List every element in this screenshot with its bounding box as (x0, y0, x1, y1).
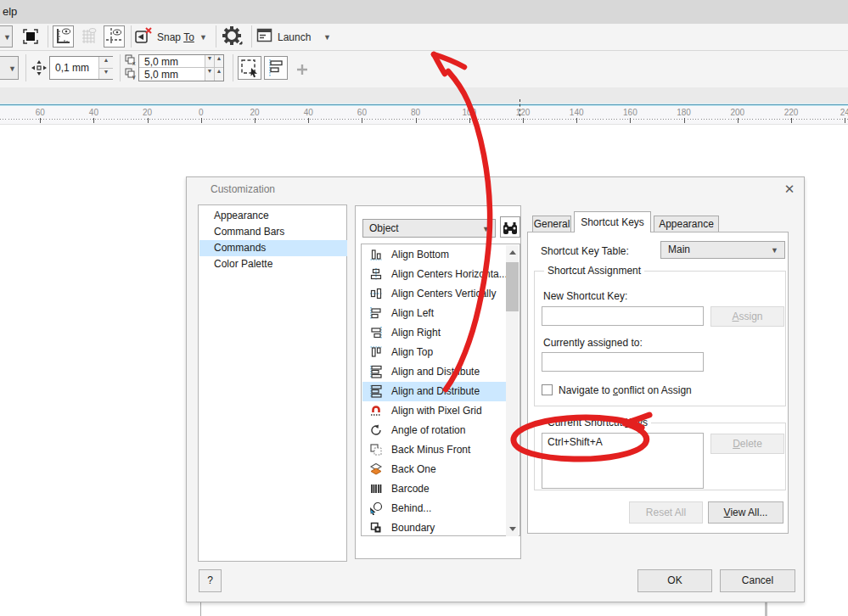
page-edge-left (200, 602, 201, 616)
command-item-1[interactable]: Align Bottom (362, 245, 508, 265)
full-screen-preview-icon[interactable] (20, 26, 41, 47)
close-icon[interactable]: ✕ (781, 181, 798, 198)
view-all-button[interactable]: View All... (708, 501, 783, 524)
nudge-spin-down[interactable]: ▼ (98, 68, 113, 79)
page-edge-right (765, 602, 767, 616)
command-list[interactable]: Align BottomAlign Centers Horizonta...Al… (361, 244, 520, 536)
snap-to-label[interactable]: Snap To (157, 31, 194, 43)
toolbar-combo-stub-1[interactable]: ▼ (0, 25, 13, 48)
duplicate-x-value[interactable]: 5,0 mm (144, 56, 178, 68)
scrollbar-thumb[interactable] (506, 262, 519, 311)
command-item-6[interactable]: Align Top (362, 343, 508, 362)
add-toolbar-item-icon[interactable] (295, 63, 309, 76)
reset-all-button[interactable]: Reset All (629, 501, 703, 524)
duplicate-x-dropdown[interactable]: ▼ (205, 55, 214, 67)
toolbar: ▼ Snap To ▼ Launch ▼ ▼ (0, 22, 848, 87)
new-shortcut-key-input[interactable] (542, 306, 704, 326)
ruler-label: 20 (143, 108, 152, 117)
shortcut-key-table-select[interactable]: Main ▼ (660, 241, 785, 259)
align-distribute-icon (369, 365, 383, 378)
snap-to-dropdown-icon[interactable]: ▼ (199, 33, 207, 42)
command-item-8[interactable]: Align and Distribute (362, 382, 508, 401)
boundary-icon (369, 521, 383, 535)
help-button[interactable]: ? (199, 569, 222, 592)
command-item-7[interactable]: Align and Distribute (362, 362, 508, 382)
options-gear-icon[interactable] (222, 25, 244, 48)
shortcut-key-table-label: Shortcut Key Table: (541, 245, 629, 257)
navigate-to-conflict-checkbox[interactable] (542, 384, 553, 395)
ruler-label: 40 (304, 108, 313, 117)
cancel-button[interactable]: Cancel (720, 569, 795, 592)
ruler-dots (0, 119, 848, 120)
ruler-tick (40, 118, 41, 123)
show-guidelines-button[interactable] (104, 25, 125, 48)
scroll-down-icon[interactable] (506, 522, 519, 536)
category-tree[interactable]: AppearanceCommand BarsCommandsColor Pale… (198, 204, 347, 562)
launch-label[interactable]: Launch (278, 31, 311, 43)
duplicate-x-spin[interactable]: ▲ (214, 55, 223, 67)
delete-button[interactable]: Delete (710, 434, 784, 454)
command-item-3[interactable]: Align Centers Vertically (362, 284, 508, 304)
duplicate-y-value[interactable]: 5,0 mm (144, 69, 178, 81)
ruler-label: 20 (250, 108, 259, 117)
align-distribute-icon (369, 384, 383, 398)
assign-button[interactable]: Assign (710, 306, 784, 327)
snap-off-icon[interactable] (134, 26, 154, 46)
align-centers-horizontally-icon (369, 267, 383, 281)
tree-item-commands[interactable]: Commands (199, 240, 347, 256)
current-shortcut-keys-group-label: Current Shortcut Keys (544, 417, 651, 428)
ok-button[interactable]: OK (637, 569, 712, 592)
current-shortcut-key-item[interactable]: Ctrl+Shift+A (548, 436, 603, 448)
ruler-tick (362, 118, 362, 123)
navigate-to-conflict-label: Navigate to conflict on Assign (559, 384, 692, 396)
command-item-12[interactable]: Back One (362, 460, 508, 479)
duplicate-x-icon: x (125, 54, 137, 66)
command-item-14[interactable]: Behind... (362, 499, 508, 518)
command-item-5[interactable]: Align Right (362, 323, 508, 343)
tab-shortcut-keys[interactable]: Shortcut Keys (574, 211, 651, 232)
launch-dropdown-icon[interactable]: ▼ (323, 33, 331, 42)
back-one-icon (369, 462, 383, 476)
launch-icon[interactable] (256, 27, 273, 45)
command-item-11[interactable]: Back Minus Front (362, 440, 508, 460)
toolbar-combo-stub-2[interactable]: ▼ (0, 56, 19, 80)
command-item-10[interactable]: Angle of rotation (362, 421, 508, 440)
command-item-4[interactable]: Align Left (362, 304, 508, 323)
duplicate-y-dropdown[interactable]: ▼ (205, 68, 214, 81)
command-item-13[interactable]: Barcode (362, 479, 508, 499)
ruler-tick (201, 118, 202, 123)
nudge-distance-field[interactable]: 0,1 mm ▲ ▼ (49, 56, 113, 80)
nudge-spin-up[interactable]: ▲ (98, 57, 113, 68)
command-item-2[interactable]: Align Centers Horizonta... (362, 265, 508, 284)
tab-general[interactable]: General (532, 216, 571, 232)
tree-item-color-palette[interactable]: Color Palette (199, 256, 347, 272)
scroll-up-icon[interactable] (506, 245, 519, 260)
shortcut-key-table-dropdown-icon: ▼ (771, 246, 778, 255)
command-item-15[interactable]: Boundary (362, 518, 508, 538)
horizontal-ruler[interactable]: 60402002040608010012014016018020022024 (0, 106, 848, 125)
ruler-tick (255, 118, 256, 123)
align-distribute-button[interactable] (264, 56, 288, 80)
tree-item-command-bars[interactable]: Command Bars (199, 224, 347, 240)
currently-assigned-to-input[interactable] (542, 352, 704, 372)
current-shortcut-keys-list[interactable]: Ctrl+Shift+A (542, 433, 704, 489)
command-item-9[interactable]: Align with Pixel Grid (362, 401, 508, 421)
ruler-label: 200 (730, 108, 744, 117)
command-category-select[interactable]: Object ▼ (362, 219, 496, 238)
show-grid-icon[interactable] (79, 26, 99, 47)
tab-appearance[interactable]: Appearance (654, 216, 719, 232)
command-list-scrollbar[interactable] (506, 245, 519, 536)
treat-as-filled-button[interactable] (238, 56, 261, 80)
tree-item-appearance[interactable]: Appearance (199, 208, 347, 224)
back-minus-front-icon (369, 443, 383, 456)
duplicate-y-spin[interactable]: ▲ (214, 68, 223, 81)
behind-icon (369, 501, 383, 515)
ruler-label: 160 (623, 108, 637, 117)
menu-item-help[interactable]: elp (3, 5, 17, 18)
align-left-icon (369, 306, 383, 320)
shortcut-assignment-group-label: Shortcut Assignment (544, 265, 644, 277)
command-category-value: Object (369, 222, 399, 234)
ruler-tick (630, 118, 631, 123)
search-commands-button[interactable] (500, 216, 520, 238)
show-rulers-button[interactable] (53, 25, 74, 48)
